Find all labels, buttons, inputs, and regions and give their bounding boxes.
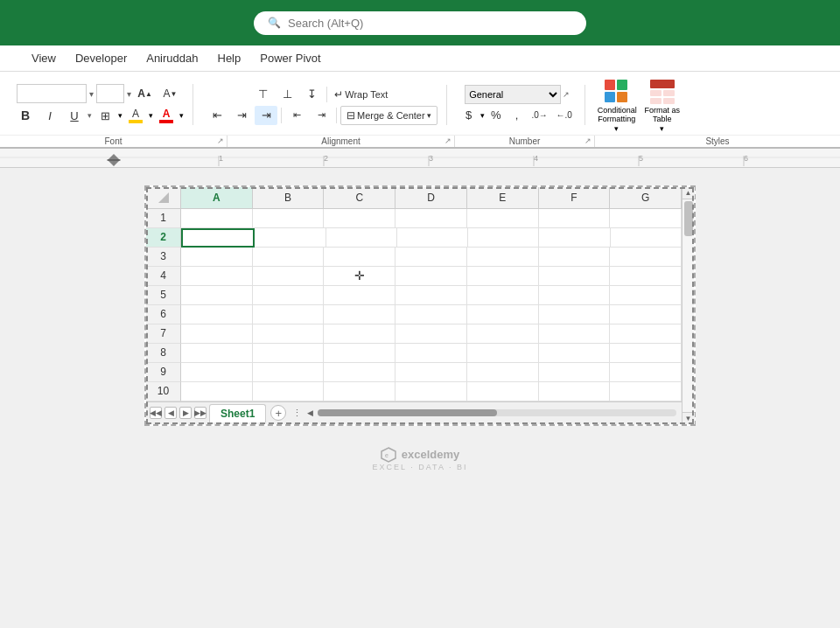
borders-button[interactable]: ⊞ (94, 106, 116, 125)
cell-c1[interactable] (324, 209, 396, 228)
cell-c7[interactable] (324, 324, 396, 344)
align-middle-button[interactable]: ⊥ (276, 85, 298, 104)
menu-item-help[interactable]: Help (209, 48, 250, 68)
row-header-4[interactable]: 4 (146, 267, 181, 286)
number-expand-icon[interactable]: ↗ (584, 136, 592, 145)
cell-d3[interactable] (396, 248, 467, 267)
cell-b9[interactable] (253, 363, 325, 382)
cell-f3[interactable] (539, 248, 611, 267)
wrap-text-button[interactable]: ↵ Wrap Text (331, 85, 391, 104)
scroll-thumb[interactable] (684, 201, 693, 236)
underline-dropdown-icon[interactable]: ▾ (88, 111, 92, 120)
row-header-5[interactable]: 5 (146, 286, 181, 305)
cell-f9[interactable] (539, 363, 611, 382)
align-bottom-button[interactable]: ↧ (300, 85, 323, 104)
comma-button[interactable]: , (508, 106, 527, 125)
conditional-formatting-button[interactable]: Conditional Formatting ▾ (598, 77, 636, 133)
cell-d1[interactable] (396, 209, 467, 228)
col-header-f[interactable]: F (539, 187, 611, 208)
cell-g2[interactable] (611, 228, 682, 248)
cell-b1[interactable] (253, 209, 325, 228)
corner-cell[interactable] (146, 187, 181, 208)
cell-e2[interactable] (468, 228, 539, 248)
sheet-tab-sheet1[interactable]: Sheet1 (209, 404, 266, 422)
horizontal-scrollbar[interactable]: ⋮ ◀ ▶ (292, 407, 690, 419)
cell-c4[interactable]: ✛ (324, 267, 396, 286)
cell-e6[interactable] (467, 305, 539, 324)
add-sheet-button[interactable]: + (270, 405, 286, 421)
font-name-input[interactable] (17, 84, 87, 103)
indent-decrease-button[interactable]: ⇤ (285, 106, 308, 125)
cell-g4[interactable] (610, 267, 682, 286)
h-scroll-track[interactable] (318, 409, 676, 416)
format-as-table-button[interactable]: Format as Table ▾ (643, 77, 682, 133)
format-as-table-dropdown-icon[interactable]: ▾ (660, 124, 664, 133)
cell-b8[interactable] (253, 344, 325, 363)
cell-g7[interactable] (610, 324, 682, 344)
cell-c2[interactable] (326, 228, 397, 248)
sheet-nav-next-button[interactable]: ▶ (179, 407, 192, 419)
cell-e10[interactable] (467, 382, 539, 401)
font-color-dropdown-icon[interactable]: ▾ (179, 111, 184, 120)
cell-f5[interactable] (539, 286, 611, 305)
cell-d9[interactable] (396, 363, 467, 382)
cell-a6[interactable] (181, 305, 253, 324)
fill-color-dropdown-icon[interactable]: ▾ (149, 111, 153, 120)
row-header-10[interactable]: 10 (146, 382, 181, 401)
align-center-button[interactable]: ⇥ (230, 106, 253, 125)
cell-a8[interactable] (181, 344, 253, 363)
h-scroll-menu-icon[interactable]: ⋮ (292, 408, 302, 419)
cell-a1[interactable] (181, 209, 253, 228)
cell-g9[interactable] (610, 363, 682, 382)
merge-center-button[interactable]: ⊟ Merge & Center ▾ (340, 106, 438, 125)
align-right-button[interactable]: ⇥ (255, 106, 277, 125)
menu-item-aniruddah[interactable]: Aniruddah (137, 48, 206, 68)
cell-c3[interactable] (324, 248, 396, 267)
cell-e5[interactable] (467, 286, 539, 305)
percent-button[interactable]: % (486, 106, 506, 125)
cell-a5[interactable] (181, 286, 253, 305)
cell-d2[interactable] (397, 228, 468, 248)
underline-button[interactable]: U (63, 106, 86, 125)
cell-b2[interactable] (255, 228, 326, 248)
cell-a3[interactable] (181, 248, 253, 267)
number-format-select[interactable]: General (465, 85, 561, 104)
cell-b10[interactable] (253, 382, 325, 401)
cell-b7[interactable] (253, 324, 325, 344)
menu-item-view[interactable]: View (23, 48, 65, 68)
borders-dropdown-icon[interactable]: ▾ (118, 111, 122, 120)
bold-button[interactable]: B (14, 106, 37, 125)
row-header-6[interactable]: 6 (146, 305, 181, 324)
cell-g10[interactable] (610, 382, 682, 401)
cell-c8[interactable] (324, 344, 396, 363)
cell-c9[interactable] (324, 363, 396, 382)
cell-f7[interactable] (539, 324, 611, 344)
menu-item-developer[interactable]: Developer (66, 48, 136, 68)
cell-f4[interactable] (539, 267, 611, 286)
cell-c10[interactable] (324, 382, 396, 401)
dollar-button[interactable]: $ (459, 106, 479, 125)
cell-a9[interactable] (181, 363, 253, 382)
row-header-8[interactable]: 8 (146, 344, 181, 363)
row-header-3[interactable]: 3 (146, 248, 181, 267)
cell-g8[interactable] (610, 344, 682, 363)
col-header-d[interactable]: D (396, 187, 467, 208)
cell-a7[interactable] (181, 324, 253, 344)
fill-color-button[interactable]: A (124, 106, 147, 125)
italic-button[interactable]: I (38, 106, 61, 125)
dollar-dropdown-icon[interactable]: ▾ (480, 111, 485, 120)
decrease-font-button[interactable]: A▼ (159, 84, 182, 103)
cell-e3[interactable] (467, 248, 539, 267)
cell-e1[interactable] (467, 209, 539, 228)
col-header-e[interactable]: E (467, 187, 539, 208)
scroll-up-button[interactable]: ▲ (682, 187, 695, 199)
cell-d10[interactable] (396, 382, 467, 401)
cell-c5[interactable] (324, 286, 396, 305)
cell-c6[interactable] (324, 305, 396, 324)
cell-b5[interactable] (253, 286, 325, 305)
cell-e8[interactable] (467, 344, 539, 363)
alignment-expand-icon[interactable]: ↗ (444, 136, 452, 145)
scroll-down-button[interactable]: ▼ (682, 412, 695, 424)
font-expand-icon[interactable]: ↗ (217, 136, 224, 145)
font-size-dropdown-icon[interactable]: ▾ (127, 89, 131, 99)
